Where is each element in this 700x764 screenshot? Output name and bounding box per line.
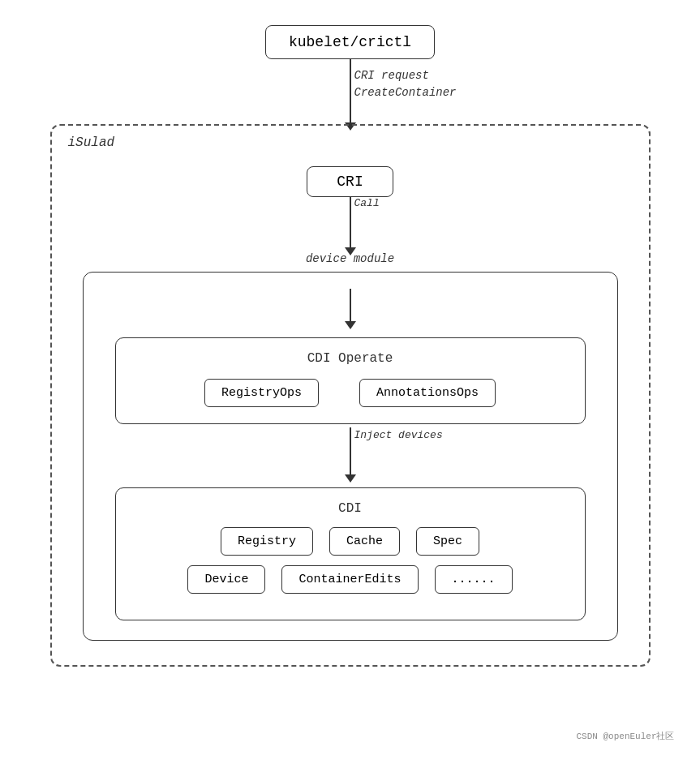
arrow-line-4	[350, 427, 351, 474]
kubelet-box: kubelet/crictl	[265, 25, 435, 59]
cri-request-label: CRI request CreateContainer	[354, 67, 457, 101]
arrow-head-3	[345, 321, 356, 329]
spec-box: Spec	[416, 527, 479, 556]
diagram-container: kubelet/crictl CRI request CreateContain…	[18, 17, 683, 747]
device-box: Device	[187, 565, 265, 594]
cri-box: CRI	[307, 166, 393, 197]
device-module-wrapper: device module CDI Operate RegistryOps	[83, 272, 618, 641]
device-module-label: device module	[306, 252, 394, 265]
cdi-title: CDI	[338, 501, 362, 516]
arrow-line-1	[350, 59, 351, 122]
arrow-line-2	[350, 197, 351, 247]
arrow-to-cdi-operate	[345, 289, 356, 329]
arrow-line-3	[350, 289, 351, 321]
cdi-operate-box: CDI Operate RegistryOps AnnotationsOps	[115, 337, 586, 424]
cdi-box: CDI Registry Cache Spec	[115, 487, 586, 620]
arrow-cri-request: CRI request CreateContainer	[345, 59, 356, 132]
more-box: ......	[435, 565, 513, 594]
inject-label: Inject devices	[354, 429, 443, 441]
cdi-operate-inner: RegistryOps AnnotationsOps	[204, 379, 496, 407]
cdi-operate-title: CDI Operate	[307, 351, 393, 366]
annotations-ops-box: AnnotationsOps	[359, 379, 496, 407]
arrow-head-4	[345, 474, 356, 483]
registry-box: Registry	[221, 527, 313, 556]
device-module-box: CDI Operate RegistryOps AnnotationsOps	[83, 272, 618, 641]
call-label: Call	[354, 197, 380, 209]
arrow-call: Call	[345, 197, 356, 255]
cdi-row-1: Registry Cache Spec	[221, 527, 479, 556]
arrow-inject: Inject devices	[345, 427, 356, 483]
cache-box: Cache	[329, 527, 400, 556]
cdi-row-2: Device ContainerEdits ......	[187, 565, 512, 594]
isulad-label: iSulad	[68, 135, 115, 150]
cri-label: CRI	[337, 174, 363, 190]
kubelet-label: kubelet/crictl	[289, 34, 411, 50]
container-edits-box: ContainerEdits	[281, 565, 418, 594]
watermark: CSDN @openEuler社区	[576, 730, 674, 742]
registry-ops-box: RegistryOps	[204, 379, 319, 407]
isulad-box: iSulad CRI Call device module	[50, 124, 651, 667]
